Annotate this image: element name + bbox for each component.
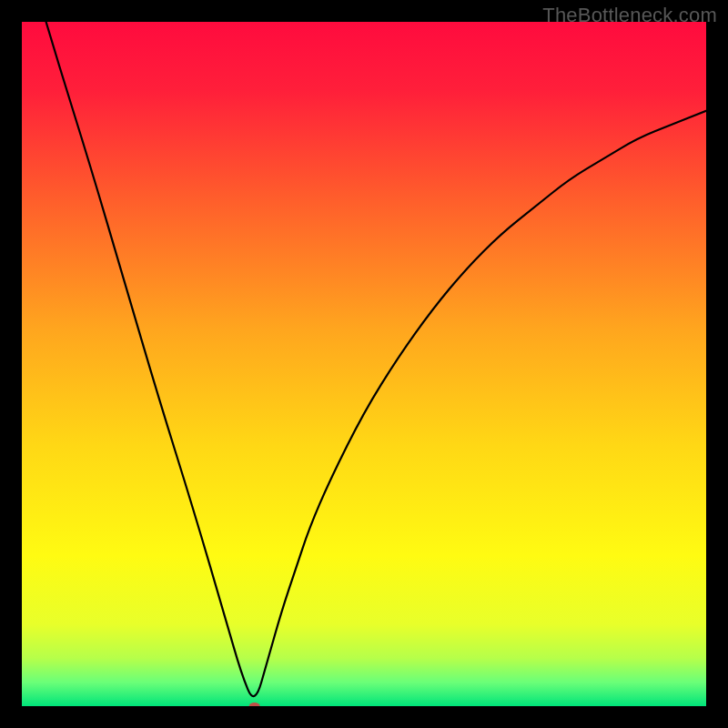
chart-frame: TheBottleneck.com — [0, 0, 728, 728]
gradient-background — [22, 22, 706, 706]
